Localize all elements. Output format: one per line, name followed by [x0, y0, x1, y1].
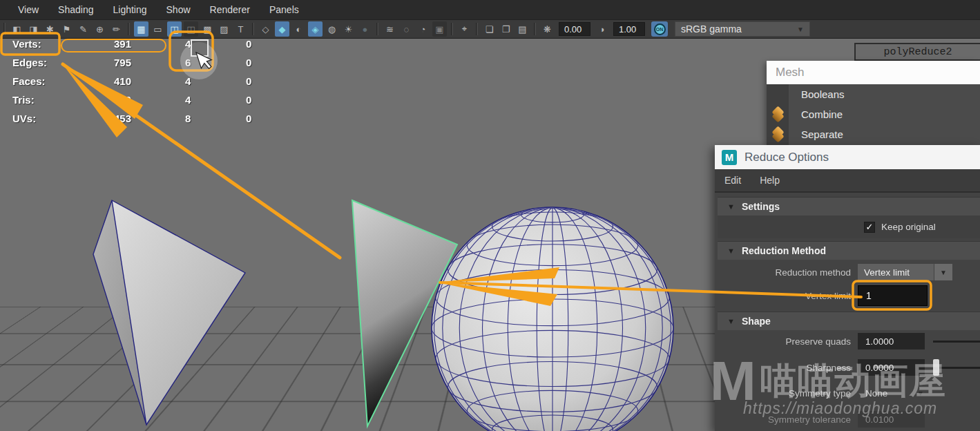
text-pane-icon[interactable]: T: [233, 21, 248, 37]
hud-faces-label: Faces:: [12, 75, 62, 87]
hud-edges-total: 795: [62, 57, 131, 68]
isolate-select-icon[interactable]: ❏: [482, 21, 497, 37]
hud-tris-total: 770: [62, 94, 131, 106]
keep-original-checkbox[interactable]: ✓: [864, 222, 875, 233]
pane-camera-alt-icon[interactable]: ◫: [184, 21, 198, 37]
hud-row-tris: Tris: 770 4 0: [12, 90, 267, 109]
color-management-icon[interactable]: ◔: [416, 21, 430, 37]
exposure-icon[interactable]: ❋: [540, 21, 555, 37]
wireframe-icon[interactable]: ◇: [258, 21, 273, 37]
chevron-down-icon[interactable]: ▼: [934, 264, 952, 280]
hud-faces-total: 410: [62, 75, 131, 87]
menubar-item-renderer[interactable]: Renderer: [210, 4, 250, 15]
dialog-menu-help[interactable]: Help: [760, 175, 780, 186]
material-ball-icon[interactable]: ◍: [325, 21, 339, 37]
preserve-quads-slider[interactable]: [933, 341, 980, 343]
toolbar-separator: [376, 23, 378, 35]
menubar-item-lighting[interactable]: Lighting: [113, 4, 146, 15]
menubar-item-panels[interactable]: Panels: [269, 4, 299, 15]
motion-blur-icon[interactable]: ◌: [399, 21, 414, 37]
camera-settings-icon[interactable]: ✱: [43, 21, 57, 37]
sharpness-slider[interactable]: [933, 367, 980, 369]
hud-uvs-extra: 0: [206, 113, 267, 124]
four-view-icon[interactable]: ▩: [200, 21, 215, 37]
settings-header-label: Settings: [742, 201, 780, 212]
hud-uvs-label: UVs:: [12, 113, 62, 124]
on-badge: ON: [654, 23, 666, 35]
menu-item-separate[interactable]: Separate: [767, 124, 980, 144]
single-pane-icon[interactable]: ▭: [151, 21, 165, 37]
lights-icon[interactable]: ☀: [341, 21, 356, 37]
dialog-menu-edit[interactable]: Edit: [724, 175, 741, 186]
camcorder-select-icon[interactable]: ◨: [26, 21, 41, 37]
shaded-icon[interactable]: ◆: [275, 21, 289, 37]
keep-original-label: Keep original: [881, 222, 936, 232]
preserve-quads-field[interactable]: 1.0000: [858, 333, 925, 349]
toolbar-separator: [252, 23, 254, 35]
select-tool-icon[interactable]: ⌖: [457, 21, 472, 37]
toolbar-separator: [534, 23, 536, 35]
bookmark-icon[interactable]: ⚑: [59, 21, 74, 37]
collapse-arrow-icon: ▼: [727, 247, 735, 255]
dialog-title-bar[interactable]: M Reduce Options: [715, 145, 980, 169]
reduction-method-section-header[interactable]: ▼ Reduction Method: [718, 241, 980, 260]
paint-effects-icon[interactable]: ✏: [109, 21, 124, 37]
preserve-quads-label: Preserve quads: [718, 336, 858, 347]
shadows-icon[interactable]: ●: [358, 21, 372, 37]
menubar-item-shading[interactable]: Shading: [58, 4, 93, 15]
isolate-add-icon[interactable]: ❐: [499, 21, 513, 37]
mesh-menu: Mesh Booleans Combine Separate: [767, 61, 980, 145]
contrast-icon[interactable]: ◑: [595, 21, 609, 37]
symmetry-tolerance-label: Symmetry tolerance: [718, 414, 858, 425]
hud-uvs-total: 453: [62, 113, 131, 124]
color-managed-toggle[interactable]: ON: [651, 21, 668, 37]
vertex-limit-field[interactable]: 1: [858, 285, 928, 306]
hud-row-edges: Edges: 795 6 0: [12, 53, 267, 72]
menu-item-combine[interactable]: Combine: [767, 104, 980, 124]
wireframe-on-shaded-icon[interactable]: ◈: [308, 21, 323, 37]
toolbar-separator: [451, 23, 453, 35]
grid-layout-icon[interactable]: ▦: [134, 21, 148, 37]
exposure-field[interactable]: 0.00: [559, 22, 590, 36]
channel-box-node-name[interactable]: polyReduce2: [854, 43, 980, 61]
image-pane-icon[interactable]: ▨: [217, 21, 231, 37]
reduction-method-label: Reduction method: [718, 267, 858, 278]
sharpness-field[interactable]: 0.0000: [858, 359, 925, 376]
toolbar-separator: [476, 23, 478, 35]
lookdev-icon[interactable]: ▣: [432, 21, 447, 37]
dialog-title: Reduce Options: [744, 151, 829, 164]
slider-handle[interactable]: [933, 359, 939, 376]
pane-camera-icon[interactable]: ◫: [167, 21, 182, 37]
gamma-field[interactable]: 1.00: [613, 22, 645, 36]
symmetry-type-select[interactable]: None: [858, 388, 917, 399]
hud-row-faces: Faces: 410 4 0: [12, 72, 267, 90]
reduction-method-select[interactable]: Vertex limit: [858, 264, 934, 280]
hud-verts-label: Verts:: [12, 39, 62, 50]
ambient-occlusion-icon[interactable]: ≋: [383, 21, 397, 37]
symmetry-tolerance-row: Symmetry tolerance 0.0100: [718, 409, 980, 430]
menu-item-booleans[interactable]: Booleans: [767, 84, 980, 104]
maya-window: ViewShadingLightingShowRendererPanels ◧◨…: [0, 0, 980, 431]
toolbar-separator: [128, 23, 130, 35]
pan-zoom-icon[interactable]: ⊕: [93, 21, 107, 37]
textured-icon[interactable]: ◐: [291, 21, 306, 37]
vertex-limit-label: Vertex limit: [718, 291, 858, 301]
snapshot-icon[interactable]: ▤: [515, 21, 530, 37]
mesh-menu-title[interactable]: Mesh: [767, 61, 980, 84]
camcorder-icon[interactable]: ◧: [10, 21, 24, 37]
hud-edges-selected: 6: [131, 57, 206, 68]
shape-section-header[interactable]: ▼ Shape: [718, 312, 980, 330]
hud-uvs-selected: 8: [131, 113, 206, 124]
pyramid-object[interactable]: [93, 200, 245, 425]
chevron-down-icon[interactable]: ▼: [917, 390, 924, 397]
poly-count-hud: Verts: 391 4 0 Edges: 795 6 0 Faces: 410…: [12, 39, 267, 128]
chevron-down-icon: ▼: [797, 26, 804, 33]
view-transform-value: sRGB gamma: [681, 23, 742, 35]
menubar-item-view[interactable]: View: [18, 4, 39, 15]
grease-pencil-icon[interactable]: ✎: [76, 21, 90, 37]
menubar-item-show[interactable]: Show: [166, 4, 191, 15]
hud-row-uvs: UVs: 453 8 0: [12, 109, 267, 128]
settings-section-header[interactable]: ▼ Settings: [718, 197, 980, 216]
view-transform-dropdown[interactable]: sRGB gamma▼: [675, 21, 810, 37]
sphere-object[interactable]: [432, 207, 673, 431]
